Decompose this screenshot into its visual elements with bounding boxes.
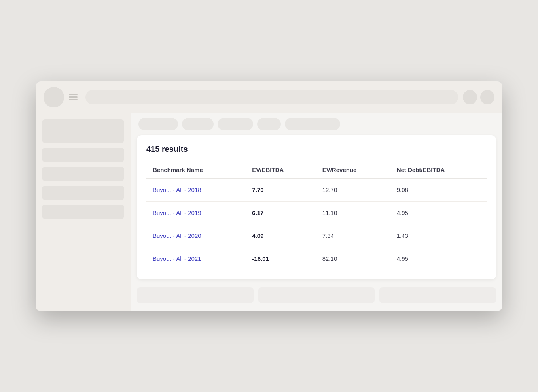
cell-ev-revenue: 7.34 (316, 224, 390, 247)
table-row: Buyout - All - 20187.7012.709.08 (146, 178, 487, 202)
col-header-ev-ebitda: EV/EBITDA (246, 162, 316, 178)
data-table: Benchmark Name EV/EBITDA EV/Revenue Net … (146, 162, 487, 270)
filter-pill-4[interactable] (257, 118, 281, 130)
filter-pill-5[interactable] (285, 118, 340, 130)
table-row: Buyout - All - 20196.1711.104.95 (146, 201, 487, 224)
browser-action-1[interactable] (463, 90, 477, 104)
sidebar-item-3[interactable] (42, 167, 124, 181)
cell-ev-revenue: 12.70 (316, 178, 390, 202)
main-area: 415 results Benchmark Name EV/EBITDA EV/… (36, 113, 502, 311)
table-row: Buyout - All - 2021-16.0182.104.95 (146, 247, 487, 270)
table-header-row: Benchmark Name EV/EBITDA EV/Revenue Net … (146, 162, 487, 178)
cell-ev-ebitda: 7.70 (246, 178, 316, 202)
ghost-col-3 (379, 287, 496, 303)
results-card: 415 results Benchmark Name EV/EBITDA EV/… (137, 135, 496, 279)
cell-net-debt-ebitda: 1.43 (390, 224, 487, 247)
col-header-benchmark-name: Benchmark Name (146, 162, 246, 178)
browser-frame: 415 results Benchmark Name EV/EBITDA EV/… (36, 81, 502, 311)
cell-net-debt-ebitda: 4.95 (390, 247, 487, 270)
filter-bar (131, 113, 502, 135)
results-count: 415 results (146, 145, 487, 154)
address-bar[interactable] (85, 90, 458, 104)
sidebar (36, 113, 131, 311)
cell-benchmark-name[interactable]: Buyout - All - 2018 (146, 178, 246, 202)
hamburger-icon[interactable] (69, 94, 78, 100)
cell-net-debt-ebitda: 4.95 (390, 201, 487, 224)
ghost-col-1 (137, 287, 254, 303)
cell-benchmark-name[interactable]: Buyout - All - 2020 (146, 224, 246, 247)
cell-ev-ebitda: 6.17 (246, 201, 316, 224)
cell-benchmark-name[interactable]: Buyout - All - 2019 (146, 201, 246, 224)
ghost-bottom-area (131, 287, 502, 311)
filter-pill-1[interactable] (138, 118, 178, 130)
table-row: Buyout - All - 20204.097.341.43 (146, 224, 487, 247)
browser-chrome (36, 81, 502, 113)
browser-actions (463, 90, 494, 104)
col-header-net-debt-ebitda: Net Debt/EBITDA (390, 162, 487, 178)
browser-logo (44, 87, 64, 107)
cell-ev-ebitda: 4.09 (246, 224, 316, 247)
content-area: 415 results Benchmark Name EV/EBITDA EV/… (131, 113, 502, 311)
cell-benchmark-name[interactable]: Buyout - All - 2021 (146, 247, 246, 270)
cell-ev-ebitda: -16.01 (246, 247, 316, 270)
cell-net-debt-ebitda: 9.08 (390, 178, 487, 202)
sidebar-item-1[interactable] (42, 119, 124, 143)
ghost-col-2 (258, 287, 375, 303)
cell-ev-revenue: 11.10 (316, 201, 390, 224)
col-header-ev-revenue: EV/Revenue (316, 162, 390, 178)
sidebar-item-2[interactable] (42, 148, 124, 162)
filter-pill-3[interactable] (218, 118, 253, 130)
sidebar-item-4[interactable] (42, 186, 124, 200)
sidebar-item-5[interactable] (42, 205, 124, 219)
browser-action-2[interactable] (480, 90, 494, 104)
cell-ev-revenue: 82.10 (316, 247, 390, 270)
filter-pill-2[interactable] (182, 118, 214, 130)
